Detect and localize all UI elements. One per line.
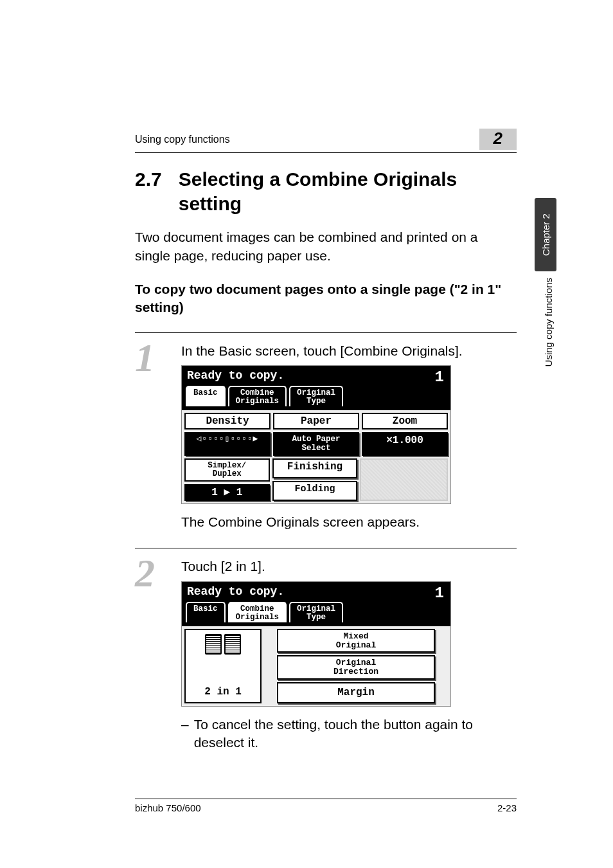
- chapter-number-badge: 2: [479, 129, 517, 150]
- lcd-copy-count: 1: [435, 583, 444, 604]
- step-number: 1: [135, 342, 168, 374]
- label-line2: Direction: [333, 667, 378, 676]
- running-header: Using copy functions 2: [135, 129, 517, 153]
- tab-basic[interactable]: Basic: [186, 386, 226, 406]
- finishing-button[interactable]: Finishing: [272, 458, 358, 478]
- tab-label-line1: Original: [297, 604, 335, 613]
- two-in-one-label: 2 in 1: [204, 685, 242, 700]
- procedure-heading: To copy two document pages onto a single…: [135, 280, 517, 317]
- section-title: 2.7 Selecting a Combine Originals settin…: [135, 167, 517, 215]
- paper-button-line2: Select: [301, 444, 330, 453]
- folding-button[interactable]: Folding: [272, 481, 358, 501]
- tab-label-line1: Combine: [240, 388, 274, 397]
- step-2-text: Touch [2 in 1].: [181, 557, 517, 575]
- footer-left: bizhub 750/600: [135, 802, 201, 813]
- step-2: 2 Touch [2 in 1]. Ready to copy. 1 Basic…: [135, 548, 517, 752]
- zoom-header: Zoom: [362, 413, 448, 429]
- zoom-button[interactable]: ×1.000: [362, 432, 448, 455]
- tab-original-type[interactable]: Original Type: [289, 386, 343, 406]
- tab-basic[interactable]: Basic: [186, 602, 226, 622]
- lcd-basic-screen: Ready to copy. 1 Basic Combine Originals…: [181, 365, 451, 504]
- lcd-combine-screen: Ready to copy. 1 Basic Combine Originals…: [181, 581, 451, 707]
- footer-right: 2-23: [497, 802, 517, 813]
- step-rule: [135, 548, 517, 548]
- step-1-after-text: The Combine Originals screen appears.: [181, 513, 517, 531]
- section-number: 2.7: [135, 167, 162, 215]
- simplex-duplex-header: Simplex/ Duplex: [184, 458, 270, 482]
- running-header-left: Using copy functions: [135, 134, 230, 145]
- tab-original-type[interactable]: Original Type: [289, 602, 343, 622]
- original-direction-button[interactable]: Original Direction: [277, 655, 435, 679]
- lcd-status-text: Ready to copy.: [186, 583, 447, 602]
- tab-label-line2: Originals: [236, 613, 280, 622]
- tab-label-line2: Type: [306, 613, 326, 622]
- side-tab-chapter: Chapter 2: [535, 198, 556, 271]
- step-2-note: – To cancel the setting, touch the butto…: [181, 716, 517, 752]
- paper-header: Paper: [273, 413, 359, 429]
- step-rule: [135, 332, 517, 333]
- dash-bullet: –: [181, 716, 189, 752]
- two-in-one-icon: [205, 634, 241, 655]
- intro-paragraph: Two document images can be combined and …: [135, 228, 517, 265]
- empty-cell: [360, 458, 448, 501]
- lcd-copy-count: 1: [435, 367, 444, 388]
- mixed-original-button[interactable]: Mixed Original: [277, 629, 435, 653]
- step-2-note-text: To cancel the setting, touch the button …: [194, 716, 517, 752]
- simplex-line2: Duplex: [213, 469, 242, 478]
- step-1-text: In the Basic screen, touch [Combine Orig…: [181, 342, 517, 360]
- page-footer: bizhub 750/600 2-23: [135, 799, 517, 813]
- simplex-duplex-button[interactable]: 1 ▶ 1: [184, 484, 270, 501]
- two-in-one-button[interactable]: 2 in 1: [184, 629, 262, 703]
- step-number: 2: [135, 557, 168, 590]
- density-header: Density: [184, 413, 271, 429]
- margin-button[interactable]: Margin: [277, 682, 435, 703]
- tab-label-line1: Combine: [240, 604, 274, 613]
- tab-combine-originals[interactable]: Combine Originals: [228, 602, 287, 622]
- simplex-line1: Simplex/: [208, 461, 246, 470]
- label-line2: Original: [336, 640, 376, 650]
- tab-label-line2: Originals: [236, 397, 280, 406]
- paper-button-line1: Auto Paper: [292, 435, 340, 444]
- density-button[interactable]: ◁▫▫▫▫▯▫▫▫▫▶: [184, 432, 271, 455]
- step-1: 1 In the Basic screen, touch [Combine Or…: [135, 332, 517, 532]
- page-thumb-icon: [224, 634, 241, 655]
- tab-combine-originals[interactable]: Combine Originals: [228, 386, 287, 406]
- tab-label-line1: Original: [297, 388, 335, 397]
- page-thumb-icon: [205, 634, 222, 655]
- tab-label-line2: Type: [306, 397, 326, 406]
- section-title-text: Selecting a Combine Originals setting: [179, 167, 517, 215]
- side-tab-section: Using copy functions: [543, 278, 554, 366]
- lcd-status-text: Ready to copy.: [186, 367, 447, 386]
- paper-button[interactable]: Auto Paper Select: [273, 432, 359, 455]
